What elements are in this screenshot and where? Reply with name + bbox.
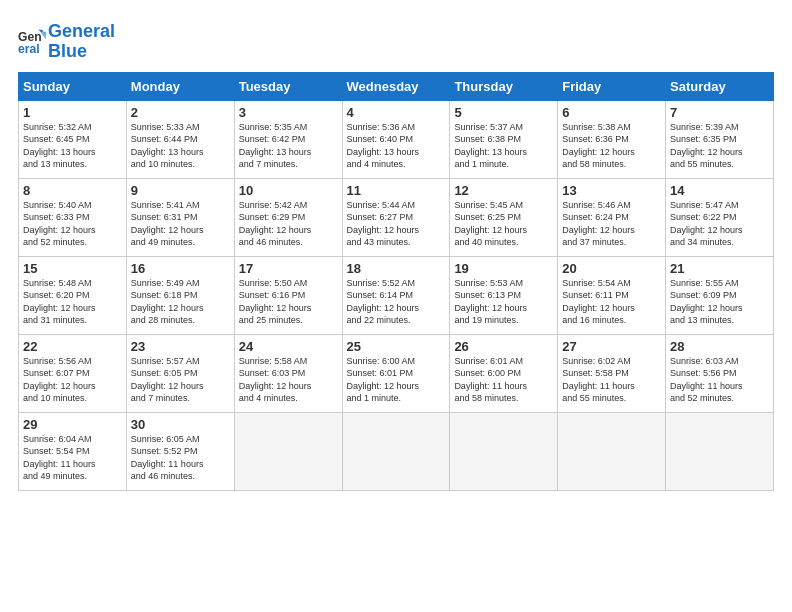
calendar-cell: 13Sunrise: 5:46 AMSunset: 6:24 PMDayligh… [558,178,666,256]
calendar-week-row: 15Sunrise: 5:48 AMSunset: 6:20 PMDayligh… [19,256,774,334]
day-number: 9 [131,183,230,198]
day-number: 8 [23,183,122,198]
calendar-cell [234,412,342,490]
calendar-weekday-sunday: Sunday [19,72,127,100]
svg-text:eral: eral [18,42,40,56]
calendar-cell: 15Sunrise: 5:48 AMSunset: 6:20 PMDayligh… [19,256,127,334]
calendar-cell: 27Sunrise: 6:02 AMSunset: 5:58 PMDayligh… [558,334,666,412]
calendar-weekday-wednesday: Wednesday [342,72,450,100]
calendar-cell: 20Sunrise: 5:54 AMSunset: 6:11 PMDayligh… [558,256,666,334]
day-info: Sunrise: 6:02 AMSunset: 5:58 PMDaylight:… [562,355,661,405]
day-number: 13 [562,183,661,198]
day-info: Sunrise: 6:04 AMSunset: 5:54 PMDaylight:… [23,433,122,483]
calendar-header-row: SundayMondayTuesdayWednesdayThursdayFrid… [19,72,774,100]
day-info: Sunrise: 5:33 AMSunset: 6:44 PMDaylight:… [131,121,230,171]
day-info: Sunrise: 5:44 AMSunset: 6:27 PMDaylight:… [347,199,446,249]
calendar-cell [342,412,450,490]
calendar-cell [450,412,558,490]
day-info: Sunrise: 5:46 AMSunset: 6:24 PMDaylight:… [562,199,661,249]
day-number: 16 [131,261,230,276]
day-info: Sunrise: 6:05 AMSunset: 5:52 PMDaylight:… [131,433,230,483]
calendar-weekday-monday: Monday [126,72,234,100]
calendar-table: SundayMondayTuesdayWednesdayThursdayFrid… [18,72,774,491]
day-number: 15 [23,261,122,276]
logo-text: General Blue [48,22,115,62]
day-number: 12 [454,183,553,198]
calendar-cell [666,412,774,490]
day-number: 7 [670,105,769,120]
calendar-cell: 11Sunrise: 5:44 AMSunset: 6:27 PMDayligh… [342,178,450,256]
calendar-cell: 9Sunrise: 5:41 AMSunset: 6:31 PMDaylight… [126,178,234,256]
day-info: Sunrise: 5:38 AMSunset: 6:36 PMDaylight:… [562,121,661,171]
day-number: 26 [454,339,553,354]
day-info: Sunrise: 5:41 AMSunset: 6:31 PMDaylight:… [131,199,230,249]
calendar-cell: 6Sunrise: 5:38 AMSunset: 6:36 PMDaylight… [558,100,666,178]
day-number: 17 [239,261,338,276]
calendar-cell: 23Sunrise: 5:57 AMSunset: 6:05 PMDayligh… [126,334,234,412]
calendar-cell: 29Sunrise: 6:04 AMSunset: 5:54 PMDayligh… [19,412,127,490]
day-info: Sunrise: 5:53 AMSunset: 6:13 PMDaylight:… [454,277,553,327]
calendar-container: Gen eral General Blue SundayMondayTuesda… [0,0,792,501]
day-number: 3 [239,105,338,120]
calendar-cell: 16Sunrise: 5:49 AMSunset: 6:18 PMDayligh… [126,256,234,334]
calendar-cell: 1Sunrise: 5:32 AMSunset: 6:45 PMDaylight… [19,100,127,178]
day-number: 29 [23,417,122,432]
calendar-cell: 2Sunrise: 5:33 AMSunset: 6:44 PMDaylight… [126,100,234,178]
calendar-weekday-tuesday: Tuesday [234,72,342,100]
calendar-cell: 3Sunrise: 5:35 AMSunset: 6:42 PMDaylight… [234,100,342,178]
day-info: Sunrise: 5:58 AMSunset: 6:03 PMDaylight:… [239,355,338,405]
calendar-cell: 7Sunrise: 5:39 AMSunset: 6:35 PMDaylight… [666,100,774,178]
day-info: Sunrise: 6:03 AMSunset: 5:56 PMDaylight:… [670,355,769,405]
day-number: 20 [562,261,661,276]
day-number: 19 [454,261,553,276]
day-info: Sunrise: 5:50 AMSunset: 6:16 PMDaylight:… [239,277,338,327]
calendar-cell: 22Sunrise: 5:56 AMSunset: 6:07 PMDayligh… [19,334,127,412]
day-number: 14 [670,183,769,198]
logo-icon: Gen eral [18,28,46,56]
day-number: 18 [347,261,446,276]
calendar-cell: 30Sunrise: 6:05 AMSunset: 5:52 PMDayligh… [126,412,234,490]
day-number: 23 [131,339,230,354]
calendar-cell: 26Sunrise: 6:01 AMSunset: 6:00 PMDayligh… [450,334,558,412]
day-number: 27 [562,339,661,354]
day-info: Sunrise: 5:57 AMSunset: 6:05 PMDaylight:… [131,355,230,405]
day-info: Sunrise: 5:52 AMSunset: 6:14 PMDaylight:… [347,277,446,327]
day-number: 2 [131,105,230,120]
day-number: 4 [347,105,446,120]
calendar-weekday-saturday: Saturday [666,72,774,100]
day-number: 24 [239,339,338,354]
day-number: 11 [347,183,446,198]
day-number: 30 [131,417,230,432]
day-info: Sunrise: 5:36 AMSunset: 6:40 PMDaylight:… [347,121,446,171]
day-info: Sunrise: 5:56 AMSunset: 6:07 PMDaylight:… [23,355,122,405]
logo: Gen eral General Blue [18,22,115,62]
day-info: Sunrise: 5:55 AMSunset: 6:09 PMDaylight:… [670,277,769,327]
day-number: 10 [239,183,338,198]
day-number: 25 [347,339,446,354]
calendar-cell: 19Sunrise: 5:53 AMSunset: 6:13 PMDayligh… [450,256,558,334]
calendar-week-row: 1Sunrise: 5:32 AMSunset: 6:45 PMDaylight… [19,100,774,178]
calendar-cell [558,412,666,490]
calendar-cell: 14Sunrise: 5:47 AMSunset: 6:22 PMDayligh… [666,178,774,256]
day-info: Sunrise: 5:35 AMSunset: 6:42 PMDaylight:… [239,121,338,171]
day-number: 21 [670,261,769,276]
day-info: Sunrise: 5:42 AMSunset: 6:29 PMDaylight:… [239,199,338,249]
day-number: 22 [23,339,122,354]
header-row: Gen eral General Blue [18,18,774,62]
day-info: Sunrise: 5:40 AMSunset: 6:33 PMDaylight:… [23,199,122,249]
calendar-cell: 4Sunrise: 5:36 AMSunset: 6:40 PMDaylight… [342,100,450,178]
calendar-week-row: 8Sunrise: 5:40 AMSunset: 6:33 PMDaylight… [19,178,774,256]
calendar-cell: 5Sunrise: 5:37 AMSunset: 6:38 PMDaylight… [450,100,558,178]
calendar-cell: 25Sunrise: 6:00 AMSunset: 6:01 PMDayligh… [342,334,450,412]
calendar-week-row: 29Sunrise: 6:04 AMSunset: 5:54 PMDayligh… [19,412,774,490]
calendar-cell: 17Sunrise: 5:50 AMSunset: 6:16 PMDayligh… [234,256,342,334]
day-info: Sunrise: 5:45 AMSunset: 6:25 PMDaylight:… [454,199,553,249]
calendar-cell: 8Sunrise: 5:40 AMSunset: 6:33 PMDaylight… [19,178,127,256]
calendar-weekday-thursday: Thursday [450,72,558,100]
day-info: Sunrise: 5:39 AMSunset: 6:35 PMDaylight:… [670,121,769,171]
calendar-cell: 24Sunrise: 5:58 AMSunset: 6:03 PMDayligh… [234,334,342,412]
day-info: Sunrise: 5:54 AMSunset: 6:11 PMDaylight:… [562,277,661,327]
day-info: Sunrise: 5:32 AMSunset: 6:45 PMDaylight:… [23,121,122,171]
calendar-cell: 18Sunrise: 5:52 AMSunset: 6:14 PMDayligh… [342,256,450,334]
day-info: Sunrise: 5:49 AMSunset: 6:18 PMDaylight:… [131,277,230,327]
